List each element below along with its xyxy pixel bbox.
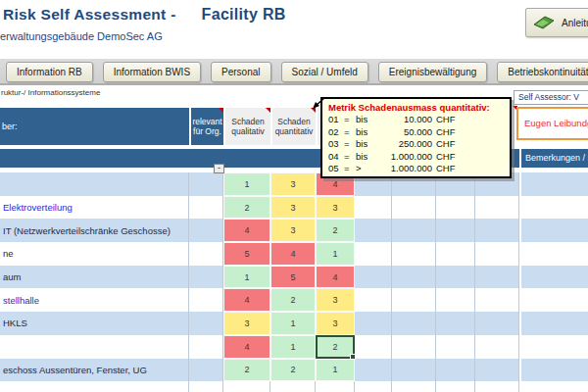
empty-cell <box>270 381 316 392</box>
risk-cell[interactable]: 5 <box>223 242 270 266</box>
metric-entry-amount: 50.000 <box>375 126 432 139</box>
empty-cell <box>355 266 392 289</box>
risk-cell[interactable]: 2 <box>270 288 316 312</box>
risk-cell[interactable]: 1 <box>270 312 316 335</box>
row-label[interactable] <box>0 335 189 359</box>
metric-entry-rel: bis <box>356 151 375 164</box>
remarks-cell[interactable] <box>521 335 588 359</box>
relevant-cell[interactable] <box>189 172 223 196</box>
remarks-column-header[interactable]: Bemerkungen / H <box>521 149 588 168</box>
risk-cell[interactable]: 5 <box>270 266 316 289</box>
metric-entry-code: 01 <box>328 114 344 126</box>
metric-entry-unit: CHF <box>436 138 456 151</box>
risk-cell[interactable]: 1 <box>223 266 270 289</box>
empty-cell <box>355 381 392 392</box>
row-label[interactable]: stellhalle <box>0 288 189 312</box>
relevant-cell[interactable] <box>189 359 223 382</box>
empty-cell <box>436 196 475 220</box>
column-header-relevant-label: relevant für Org. <box>191 117 223 136</box>
risk-cell[interactable]: 2 <box>316 219 355 242</box>
relevant-cell[interactable] <box>189 288 223 312</box>
assessor-name-field[interactable]: Eugen Leibundg <box>516 107 588 140</box>
column-header-main[interactable]: ber: <box>0 108 189 145</box>
metric-entry: 03=bis250.000CHF <box>328 138 504 151</box>
tab-sozial-umfeld[interactable]: Sozial / Umfeld <box>281 62 368 82</box>
comment-marker-icon <box>219 108 223 113</box>
risk-cell[interactable]: 1 <box>223 172 270 196</box>
row-label[interactable]: Elektroverteilung <box>0 196 189 220</box>
table-row: aum154 <box>0 266 588 289</box>
risk-cell[interactable]: 2 <box>270 359 316 382</box>
risk-cell-selected[interactable]: 2 <box>316 335 355 359</box>
risk-cell[interactable]: 2 <box>223 359 270 382</box>
remarks-cell[interactable] <box>521 219 588 242</box>
risk-cell[interactable]: 3 <box>223 312 270 335</box>
risk-cell[interactable]: 3 <box>316 312 355 335</box>
row-label[interactable]: aum <box>0 266 189 289</box>
metric-entry: 05=>1.000.000CHF <box>328 163 504 175</box>
tab-betriebskontinuitaet[interactable]: Betriebskontinuität <box>497 62 588 82</box>
risk-cell[interactable]: 3 <box>316 196 355 220</box>
empty-cell <box>436 359 475 382</box>
metric-entry-amount: 1.000.000 <box>375 151 432 164</box>
row-label <box>0 381 189 392</box>
column-header-schaden-qualitativ[interactable]: Schaden qualitativ <box>225 108 270 145</box>
risk-cell[interactable]: 4 <box>223 288 270 312</box>
relevant-cell[interactable] <box>189 266 223 289</box>
tab-personal[interactable]: Personal <box>211 62 270 82</box>
risk-cell[interactable]: 4 <box>223 335 270 359</box>
remarks-cell[interactable] <box>521 242 588 266</box>
empty-cell <box>436 381 475 392</box>
relevant-cell[interactable] <box>189 312 223 335</box>
risk-cell[interactable]: 1 <box>316 242 355 266</box>
risk-cell[interactable]: 3 <box>316 288 355 312</box>
metric-entry: 02=bis50.000CHF <box>328 126 504 139</box>
remarks-cell[interactable] <box>521 288 588 312</box>
risk-cell[interactable]: 3 <box>270 219 316 242</box>
row-label[interactable] <box>0 172 189 196</box>
relevant-cell[interactable] <box>189 335 223 359</box>
relevant-cell[interactable] <box>189 219 223 242</box>
relevant-cell[interactable] <box>189 196 223 220</box>
empty-cell <box>355 219 392 242</box>
page-title-left: Risk Self Assessment - <box>3 6 176 23</box>
empty-cell <box>475 381 519 392</box>
empty-cell <box>475 335 519 359</box>
table-row: eschoss Aussentüren, Fenster, UG221 <box>0 359 588 382</box>
column-header-relevant[interactable]: relevant für Org. <box>191 108 223 145</box>
comment-popup-title: Metrik Schadenausmass quantitativ: <box>328 102 504 113</box>
tab-ereignisbewaeltigung[interactable]: Ereignisbewältigung <box>378 62 488 82</box>
row-label[interactable]: HKLS <box>0 312 189 335</box>
collapse-button[interactable]: - <box>214 164 224 173</box>
self-assessor-label: Self Assessor: V <box>514 90 588 105</box>
remarks-cell[interactable] <box>521 266 588 289</box>
row-label[interactable]: eschoss Aussentüren, Fenster, UG <box>0 359 189 382</box>
risk-cell[interactable]: 3 <box>270 196 316 220</box>
risk-cell[interactable]: 3 <box>270 172 316 196</box>
column-header-qual-label: Schaden qualitativ <box>225 117 270 136</box>
empty-cell <box>436 335 475 359</box>
row-label[interactable]: IT (Netzwerkverteilschränke Geschosse) <box>0 219 189 242</box>
risk-cell[interactable]: 4 <box>316 266 355 289</box>
empty-cell <box>223 381 270 392</box>
remarks-cell[interactable] <box>521 196 588 220</box>
risk-cell[interactable]: 1 <box>316 359 355 382</box>
risk-cell[interactable]: 4 <box>223 219 270 242</box>
remarks-cell[interactable] <box>521 312 588 335</box>
risk-cell[interactable]: 2 <box>223 196 270 220</box>
relevant-cell[interactable] <box>189 242 223 266</box>
empty-cell <box>355 196 392 220</box>
risk-table-body: 134Elektroverteilung233IT (Netzwerkverte… <box>0 172 588 392</box>
anleitung-button[interactable]: Anleitung <box>525 8 588 37</box>
metric-entry-code: 03 <box>328 138 344 151</box>
metric-entry-unit: CHF <box>436 126 456 139</box>
risk-cell[interactable]: 4 <box>270 242 316 266</box>
empty-cell <box>392 381 436 392</box>
remarks-cell[interactable] <box>521 172 588 196</box>
remarks-cell[interactable] <box>521 359 588 382</box>
tab-information-rb[interactable]: Information RB <box>6 62 93 82</box>
tab-information-bwis[interactable]: Information BWIS <box>103 62 201 82</box>
risk-cell[interactable]: 1 <box>270 335 316 359</box>
row-label[interactable]: ne <box>0 242 189 266</box>
empty-cell <box>475 288 519 312</box>
